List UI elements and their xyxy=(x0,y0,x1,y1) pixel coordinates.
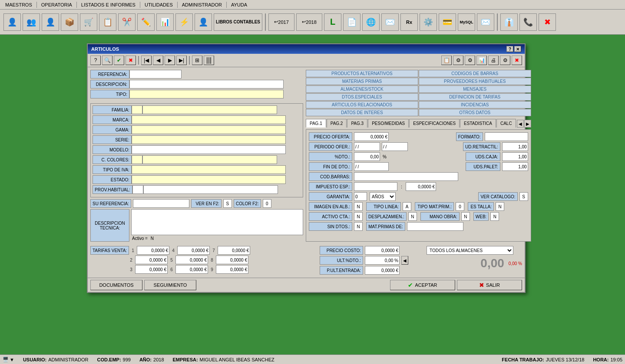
page-tab-pag3[interactable]: PAG.3 xyxy=(347,119,367,128)
periodofer-to[interactable] xyxy=(382,142,408,151)
menu-utilidades[interactable]: UTILIDADES xyxy=(141,1,176,8)
toolbar-btn-mysql[interactable]: MySQL xyxy=(458,13,475,31)
garantia-unit-select[interactable]: AÑOS xyxy=(370,192,396,201)
toolbar-btn-user1[interactable]: 👤 xyxy=(3,13,21,31)
garantia-input[interactable] xyxy=(354,192,367,201)
toolbar-btn-rx[interactable]: Rx xyxy=(400,13,418,31)
dtb-confirm-btn[interactable]: ✔ xyxy=(114,56,124,65)
desplazamien-input[interactable] xyxy=(408,212,417,221)
impuestoesp-input[interactable] xyxy=(354,182,397,191)
documentos-btn[interactable]: DOCUMENTOS xyxy=(90,280,142,290)
marca-input[interactable] xyxy=(132,115,286,124)
dtb-gear-btn[interactable]: ⚙ xyxy=(453,56,463,65)
dtb-last-btn[interactable]: ▶| xyxy=(176,56,187,65)
toolbar-btn-person[interactable]: 👤 xyxy=(195,13,212,31)
serie-input[interactable] xyxy=(132,135,286,144)
vercatalogo-input[interactable] xyxy=(519,192,528,201)
dto-input[interactable] xyxy=(354,152,380,161)
toolbar-btn-package[interactable]: 📦 xyxy=(61,13,78,31)
tariff-input-5[interactable] xyxy=(175,256,208,264)
preciooferta-input[interactable] xyxy=(354,132,389,141)
tariff-input-3[interactable] xyxy=(135,265,168,274)
dtb-print-btn[interactable]: 🖨 xyxy=(488,56,499,65)
periodofer-from[interactable] xyxy=(354,142,380,151)
dtb-first-btn[interactable]: |◀ xyxy=(141,56,152,65)
toolbar-btn-chart[interactable]: 📊 xyxy=(156,13,174,31)
provhabitual-desc[interactable] xyxy=(143,185,278,194)
toolbar-btn-back2017[interactable]: ↩ 2017 xyxy=(268,13,294,31)
tab-codigos-barras[interactable]: CODIGOS DE BARRAS xyxy=(419,70,531,77)
tariff-input-6[interactable] xyxy=(175,265,208,274)
tariff-input-8[interactable] xyxy=(216,256,248,264)
page-tab-nav-right[interactable]: ▶ xyxy=(524,120,531,128)
formato-input[interactable] xyxy=(485,132,528,141)
toolbar-btn-page[interactable]: 📄 xyxy=(343,13,360,31)
sureferencia-input[interactable] xyxy=(133,199,189,208)
tariff-input-1[interactable] xyxy=(137,246,169,255)
page-tab-peso-medidas[interactable]: PESO/MEDIDAS xyxy=(368,119,409,128)
impuestoesp-amount[interactable] xyxy=(406,182,436,191)
toolbar-btn-cart[interactable]: 🛒 xyxy=(80,13,97,31)
udscaja-input[interactable] xyxy=(502,152,528,161)
seguimiento-btn[interactable]: SEGUIMIENTO xyxy=(144,280,196,290)
ultdto-arrow-btn[interactable]: ◀ xyxy=(401,256,408,265)
toolbar-btn-phone[interactable]: 📞 xyxy=(519,13,537,31)
menu-listados[interactable]: LISTADOS E INFORMES xyxy=(78,1,139,8)
referencia-input[interactable] xyxy=(129,70,182,79)
tab-materias-primas[interactable]: MATERIAS PRIMAS xyxy=(306,78,418,85)
familia-desc[interactable] xyxy=(142,105,277,114)
menu-ayuda[interactable]: AYUDA xyxy=(228,1,251,8)
tipoiva-input[interactable] xyxy=(132,165,286,174)
ultdto-input[interactable] xyxy=(365,256,400,265)
descripcion-input[interactable] xyxy=(129,80,284,89)
familia-code[interactable] xyxy=(132,105,142,114)
dtb-close2-btn[interactable]: ✖ xyxy=(512,56,522,65)
toolbar-btn-person2[interactable]: 👔 xyxy=(500,13,518,31)
tab-mensajes[interactable]: MENSAJES xyxy=(419,85,531,93)
modelo-input[interactable] xyxy=(132,145,286,154)
dtb-prev-btn[interactable]: ◀ xyxy=(153,56,163,65)
dtb-next-btn[interactable]: ▶ xyxy=(165,56,175,65)
imagenalb-input[interactable] xyxy=(354,202,363,211)
tipo-input[interactable] xyxy=(129,90,284,98)
toolbar-btn-cut[interactable]: ✂️ xyxy=(118,13,136,31)
page-tab-calc[interactable]: CALC xyxy=(496,119,516,128)
web-input[interactable] xyxy=(490,212,499,221)
codbarras-input[interactable] xyxy=(354,172,458,181)
activocta-input[interactable] xyxy=(354,212,363,221)
tab-proveedores-habituales[interactable]: PROVEEDORES HABITUALES xyxy=(419,78,531,85)
toolbar-btn-settings[interactable]: ⚙️ xyxy=(420,13,437,31)
tab-definicion-tarifas[interactable]: DEFINICION DE TARIFAS xyxy=(419,93,531,101)
menu-operatoria[interactable]: OPERATORIA xyxy=(38,1,76,8)
ccolores-code[interactable] xyxy=(132,155,142,164)
page-tab-pag2[interactable]: PAG.2 xyxy=(327,119,347,128)
udspalet-input[interactable] xyxy=(502,162,528,171)
tab-incidencias[interactable]: INCIDENCIAS xyxy=(419,101,531,108)
page-tab-estadistica[interactable]: ESTADISTICA xyxy=(460,119,496,128)
menu-maestros[interactable]: MAESTROS xyxy=(2,1,36,8)
dtb-chart-btn[interactable]: 📊 xyxy=(476,56,487,65)
toolbar-btn-lightning[interactable]: ⚡ xyxy=(175,13,193,31)
tab-almacenes-stock[interactable]: ALMACENES/STOCK xyxy=(306,85,418,93)
pultentrada-input[interactable] xyxy=(365,266,400,275)
toolbar-btn-edit[interactable]: ✏️ xyxy=(137,13,155,31)
tab-productos-alternativos[interactable]: PRODUCTOS ALTERNATIVOS xyxy=(306,70,418,77)
toolbar-btn-user2[interactable]: 👥 xyxy=(23,13,40,31)
almacenes-select[interactable]: TODOS LOS ALMACENES xyxy=(427,246,513,255)
dtb-gear2-btn[interactable]: ⚙ xyxy=(465,56,475,65)
toolbar-btn-L[interactable]: L xyxy=(324,13,341,31)
page-tab-especificaciones[interactable]: ESPECIFICACIONES xyxy=(409,119,460,128)
sindtos-input[interactable] xyxy=(354,222,363,231)
toolbar-libros-contables[interactable]: LIBROS CONTABLES xyxy=(214,13,262,31)
aceptar-btn[interactable]: ✔ ACEPTAR xyxy=(390,280,455,290)
manoobra-input[interactable] xyxy=(461,212,470,221)
tab-dtos-especiales[interactable]: DTOS.ESPECIALES xyxy=(306,93,418,101)
preciocosto-input[interactable] xyxy=(365,246,400,255)
estado-input[interactable] xyxy=(132,175,286,184)
toolbar-btn-mail2[interactable]: ✉️ xyxy=(477,13,494,31)
provhabitual-code[interactable] xyxy=(132,185,143,194)
dtb-cancel-btn[interactable]: ✖ xyxy=(126,56,136,65)
dtb-help-btn[interactable]: ? xyxy=(90,56,101,65)
toolbar-btn-globe[interactable]: 🌐 xyxy=(362,13,380,31)
ccolores-desc[interactable] xyxy=(142,155,277,164)
